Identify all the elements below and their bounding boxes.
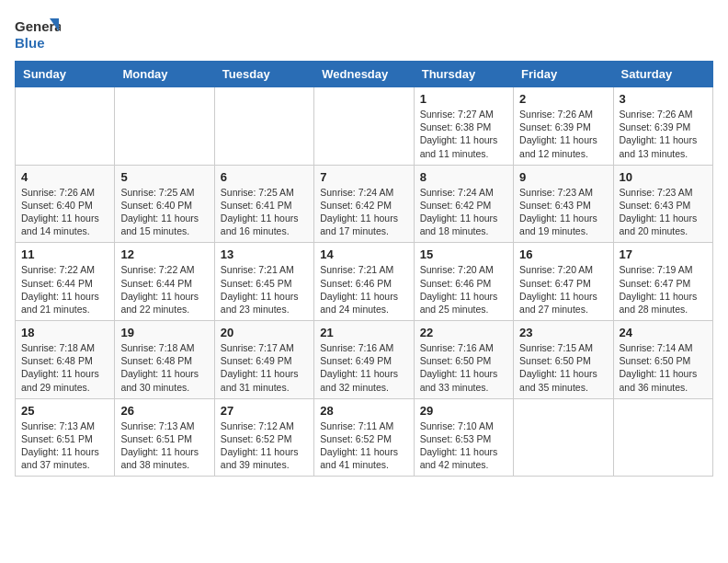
day-header-tuesday: Tuesday — [214, 62, 313, 87]
calendar-cell: 21Sunrise: 7:16 AM Sunset: 6:49 PM Dayli… — [314, 321, 414, 399]
day-number: 4 — [21, 170, 108, 184]
svg-text:Blue: Blue — [15, 35, 45, 51]
calendar-cell: 25Sunrise: 7:13 AM Sunset: 6:51 PM Dayli… — [16, 398, 115, 477]
day-number: 14 — [320, 247, 407, 261]
calendar-cell: 17Sunrise: 7:19 AM Sunset: 6:47 PM Dayli… — [613, 243, 712, 321]
calendar-cell: 20Sunrise: 7:17 AM Sunset: 6:49 PM Dayli… — [214, 321, 313, 399]
calendar-header-row: SundayMondayTuesdayWednesdayThursdayFrid… — [16, 62, 713, 87]
calendar-cell: 7Sunrise: 7:24 AM Sunset: 6:42 PM Daylig… — [314, 165, 414, 243]
day-header-monday: Monday — [115, 62, 214, 87]
day-number: 6 — [221, 170, 308, 184]
day-number: 27 — [221, 404, 308, 418]
calendar-cell: 14Sunrise: 7:21 AM Sunset: 6:46 PM Dayli… — [314, 243, 414, 321]
calendar-cell: 5Sunrise: 7:25 AM Sunset: 6:40 PM Daylig… — [115, 165, 214, 243]
day-info: Sunrise: 7:20 AM Sunset: 6:46 PM Dayligh… — [420, 263, 507, 316]
logo-svg: GeneralBlue — [15, 15, 61, 52]
day-info: Sunrise: 7:20 AM Sunset: 6:47 PM Dayligh… — [519, 263, 607, 316]
calendar-cell: 23Sunrise: 7:15 AM Sunset: 6:50 PM Dayli… — [514, 321, 613, 399]
day-number: 11 — [21, 247, 108, 261]
calendar-cell: 10Sunrise: 7:23 AM Sunset: 6:43 PM Dayli… — [613, 165, 712, 243]
day-header-saturday: Saturday — [613, 62, 712, 87]
calendar-week-3: 11Sunrise: 7:22 AM Sunset: 6:44 PM Dayli… — [16, 243, 713, 321]
calendar-cell — [16, 87, 115, 166]
calendar-cell: 24Sunrise: 7:14 AM Sunset: 6:50 PM Dayli… — [613, 321, 712, 399]
day-number: 1 — [420, 92, 507, 106]
calendar-cell — [514, 398, 613, 477]
calendar-cell: 29Sunrise: 7:10 AM Sunset: 6:53 PM Dayli… — [414, 398, 513, 477]
calendar-cell: 9Sunrise: 7:23 AM Sunset: 6:43 PM Daylig… — [514, 165, 613, 243]
day-number: 24 — [620, 326, 707, 339]
day-number: 19 — [120, 326, 208, 339]
day-info: Sunrise: 7:21 AM Sunset: 6:46 PM Dayligh… — [320, 263, 407, 316]
day-info: Sunrise: 7:10 AM Sunset: 6:53 PM Dayligh… — [420, 419, 507, 472]
calendar-cell: 2Sunrise: 7:26 AM Sunset: 6:39 PM Daylig… — [514, 87, 613, 166]
day-header-wednesday: Wednesday — [314, 62, 414, 87]
day-info: Sunrise: 7:21 AM Sunset: 6:45 PM Dayligh… — [221, 263, 308, 316]
calendar-cell: 12Sunrise: 7:22 AM Sunset: 6:44 PM Dayli… — [115, 243, 214, 321]
calendar-cell: 4Sunrise: 7:26 AM Sunset: 6:40 PM Daylig… — [16, 165, 115, 243]
day-info: Sunrise: 7:16 AM Sunset: 6:50 PM Dayligh… — [420, 341, 507, 394]
day-number: 20 — [221, 326, 308, 339]
calendar-cell — [115, 87, 214, 166]
day-number: 28 — [320, 404, 407, 418]
day-number: 21 — [320, 326, 407, 339]
calendar-cell: 15Sunrise: 7:20 AM Sunset: 6:46 PM Dayli… — [414, 243, 513, 321]
day-info: Sunrise: 7:17 AM Sunset: 6:49 PM Dayligh… — [221, 341, 308, 394]
calendar-week-1: 1Sunrise: 7:27 AM Sunset: 6:38 PM Daylig… — [16, 87, 713, 166]
calendar-cell — [314, 87, 414, 166]
calendar-cell: 16Sunrise: 7:20 AM Sunset: 6:47 PM Dayli… — [514, 243, 613, 321]
day-number: 7 — [320, 170, 407, 184]
day-number: 25 — [21, 404, 108, 418]
day-info: Sunrise: 7:22 AM Sunset: 6:44 PM Dayligh… — [21, 263, 108, 316]
calendar-table: SundayMondayTuesdayWednesdayThursdayFrid… — [15, 61, 713, 477]
header: GeneralBlue — [15, 15, 713, 52]
logo: GeneralBlue — [15, 15, 61, 52]
day-number: 17 — [620, 247, 707, 261]
day-info: Sunrise: 7:15 AM Sunset: 6:50 PM Dayligh… — [519, 341, 607, 394]
day-info: Sunrise: 7:24 AM Sunset: 6:42 PM Dayligh… — [420, 186, 507, 238]
calendar-cell: 6Sunrise: 7:25 AM Sunset: 6:41 PM Daylig… — [214, 165, 313, 243]
day-info: Sunrise: 7:23 AM Sunset: 6:43 PM Dayligh… — [519, 186, 607, 238]
day-number: 5 — [120, 170, 208, 184]
day-info: Sunrise: 7:13 AM Sunset: 6:51 PM Dayligh… — [21, 419, 108, 472]
calendar-cell: 1Sunrise: 7:27 AM Sunset: 6:38 PM Daylig… — [414, 87, 513, 166]
day-info: Sunrise: 7:22 AM Sunset: 6:44 PM Dayligh… — [120, 263, 208, 316]
day-info: Sunrise: 7:18 AM Sunset: 6:48 PM Dayligh… — [21, 341, 108, 394]
calendar-cell: 22Sunrise: 7:16 AM Sunset: 6:50 PM Dayli… — [414, 321, 513, 399]
day-number: 26 — [120, 404, 208, 418]
calendar-cell — [613, 398, 712, 477]
day-header-sunday: Sunday — [16, 62, 115, 87]
day-info: Sunrise: 7:25 AM Sunset: 6:40 PM Dayligh… — [120, 186, 208, 238]
day-info: Sunrise: 7:27 AM Sunset: 6:38 PM Dayligh… — [420, 108, 507, 160]
day-info: Sunrise: 7:23 AM Sunset: 6:43 PM Dayligh… — [620, 186, 707, 238]
day-number: 3 — [620, 92, 707, 106]
day-number: 15 — [420, 247, 507, 261]
calendar-cell: 26Sunrise: 7:13 AM Sunset: 6:51 PM Dayli… — [115, 398, 214, 477]
day-info: Sunrise: 7:25 AM Sunset: 6:41 PM Dayligh… — [221, 186, 308, 238]
day-number: 16 — [519, 247, 607, 261]
day-info: Sunrise: 7:13 AM Sunset: 6:51 PM Dayligh… — [120, 419, 208, 472]
day-info: Sunrise: 7:26 AM Sunset: 6:40 PM Dayligh… — [21, 186, 108, 238]
day-info: Sunrise: 7:24 AM Sunset: 6:42 PM Dayligh… — [320, 186, 407, 238]
day-info: Sunrise: 7:18 AM Sunset: 6:48 PM Dayligh… — [120, 341, 208, 394]
day-number: 23 — [519, 326, 607, 339]
day-number: 29 — [420, 404, 507, 418]
day-number: 13 — [221, 247, 308, 261]
calendar-cell: 18Sunrise: 7:18 AM Sunset: 6:48 PM Dayli… — [16, 321, 115, 399]
calendar-week-5: 25Sunrise: 7:13 AM Sunset: 6:51 PM Dayli… — [16, 398, 713, 477]
day-header-friday: Friday — [514, 62, 613, 87]
calendar-cell: 28Sunrise: 7:11 AM Sunset: 6:52 PM Dayli… — [314, 398, 414, 477]
day-number: 10 — [620, 170, 707, 184]
day-info: Sunrise: 7:16 AM Sunset: 6:49 PM Dayligh… — [320, 341, 407, 394]
day-info: Sunrise: 7:26 AM Sunset: 6:39 PM Dayligh… — [620, 108, 707, 160]
calendar-week-4: 18Sunrise: 7:18 AM Sunset: 6:48 PM Dayli… — [16, 321, 713, 399]
calendar-week-2: 4Sunrise: 7:26 AM Sunset: 6:40 PM Daylig… — [16, 165, 713, 243]
day-number: 22 — [420, 326, 507, 339]
day-number: 18 — [21, 326, 108, 339]
day-number: 12 — [120, 247, 208, 261]
calendar-cell: 3Sunrise: 7:26 AM Sunset: 6:39 PM Daylig… — [613, 87, 712, 166]
day-number: 2 — [519, 92, 607, 106]
day-number: 9 — [519, 170, 607, 184]
day-info: Sunrise: 7:11 AM Sunset: 6:52 PM Dayligh… — [320, 419, 407, 472]
calendar-cell — [214, 87, 313, 166]
